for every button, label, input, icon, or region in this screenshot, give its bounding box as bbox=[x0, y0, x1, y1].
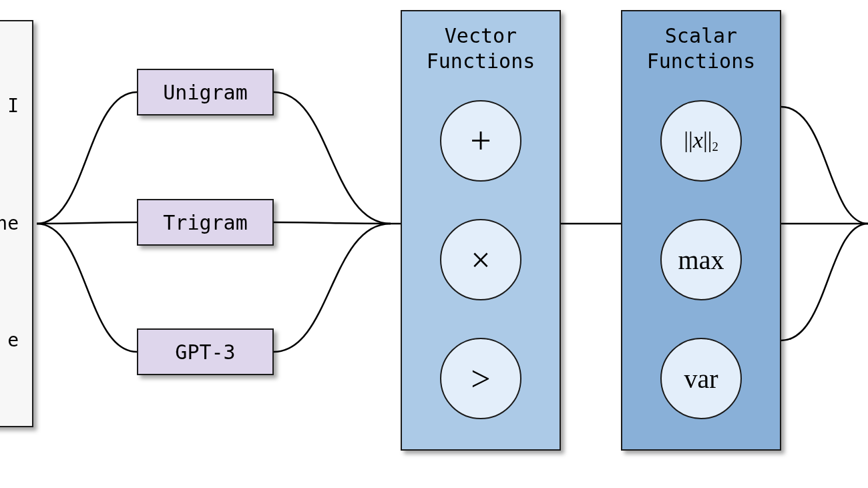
op-norm-label: ||x||2 bbox=[684, 128, 718, 154]
model-label: GPT-3 bbox=[175, 340, 235, 364]
model-label: Unigram bbox=[163, 81, 247, 104]
vector-functions-panel: Vector Functions + × > bbox=[401, 10, 561, 451]
scalar-functions-panel: Scalar Functions ||x||2 max var bbox=[621, 10, 781, 451]
op-plus: + bbox=[440, 100, 521, 182]
op-l2-norm: ||x||2 bbox=[660, 100, 742, 182]
model-box-trigram: Trigram bbox=[137, 199, 274, 246]
op-max-label: max bbox=[678, 244, 724, 276]
op-var-label: var bbox=[684, 363, 718, 395]
op-var: var bbox=[660, 338, 742, 419]
op-max: max bbox=[660, 219, 742, 300]
input-line-1: I bbox=[0, 94, 19, 118]
model-label: Trigram bbox=[163, 211, 247, 234]
vector-ops: + × > bbox=[440, 100, 521, 419]
op-greater-than: > bbox=[440, 338, 521, 419]
scalar-functions-title: Scalar Functions bbox=[647, 23, 756, 73]
diagram-stage: I ne e Unigram Trigram GPT-3 Vector Func… bbox=[0, 0, 868, 488]
op-gt-label: > bbox=[471, 359, 490, 399]
input-line-3: e bbox=[0, 328, 19, 352]
vector-functions-title: Vector Functions bbox=[427, 23, 535, 73]
input-line-2: ne bbox=[0, 212, 19, 236]
op-times: × bbox=[440, 219, 521, 300]
op-times-label: × bbox=[471, 240, 490, 280]
model-box-gpt3: GPT-3 bbox=[137, 328, 274, 375]
op-plus-label: + bbox=[470, 119, 491, 162]
scalar-ops: ||x||2 max var bbox=[660, 100, 742, 419]
input-text-panel: I ne e bbox=[0, 20, 33, 427]
model-box-unigram: Unigram bbox=[137, 69, 274, 115]
